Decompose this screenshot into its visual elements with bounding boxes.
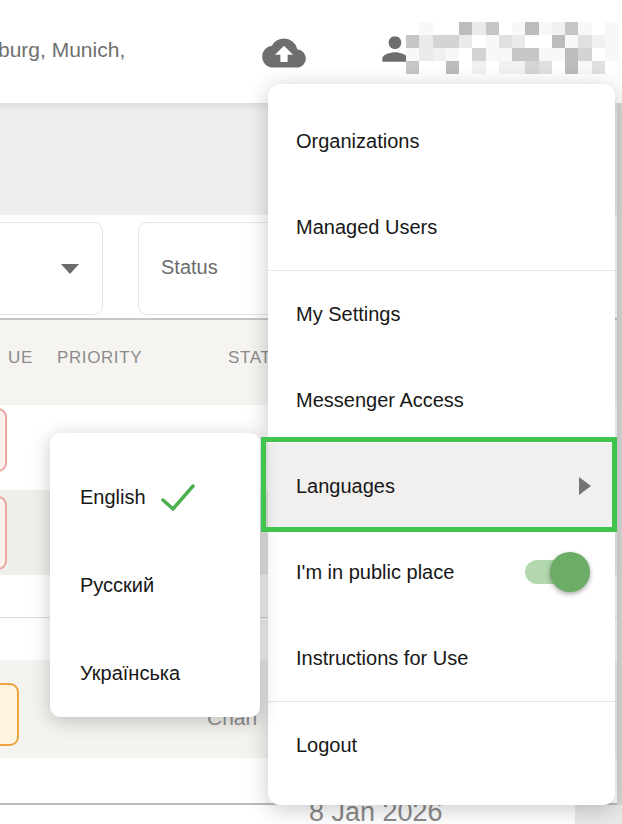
cloud-upload-icon <box>262 61 306 76</box>
menu-item-label: Managed Users <box>296 216 437 239</box>
menu-item-instructions[interactable]: Instructions for Use <box>268 615 615 701</box>
user-account-button[interactable] <box>374 22 618 78</box>
language-label: Русский <box>80 574 154 597</box>
column-header-status: STAT <box>228 348 271 368</box>
language-option-russian[interactable]: Русский <box>50 541 260 629</box>
priority-badge-orange <box>0 683 19 746</box>
app-screen: Status UE PRIORITY STAT Chan 8 Jan 2026 … <box>0 0 622 824</box>
status-filter-label: Status <box>161 256 218 279</box>
submenu-arrow-icon <box>579 477 591 495</box>
filter-dropdown-left[interactable] <box>0 222 103 315</box>
menu-item-label: Organizations <box>296 130 419 153</box>
language-label: English <box>80 486 146 509</box>
menu-item-label: Messenger Access <box>296 389 464 412</box>
menu-item-public-place[interactable]: I'm in public place <box>268 529 615 615</box>
menu-item-managed-users[interactable]: Managed Users <box>268 184 615 270</box>
scrollbar[interactable] <box>617 103 622 824</box>
public-place-toggle[interactable] <box>525 560 587 584</box>
language-submenu: English Русский Українська <box>50 433 260 717</box>
column-header-ue: UE <box>8 348 33 368</box>
menu-item-label: Logout <box>296 734 357 757</box>
table-corner-block <box>575 805 622 824</box>
chevron-down-icon <box>61 264 79 274</box>
cloud-upload-button[interactable] <box>262 33 306 73</box>
menu-item-label: Instructions for Use <box>296 647 468 670</box>
menu-item-languages[interactable]: Languages <box>268 443 615 529</box>
redacted-username-mosaic <box>406 22 618 74</box>
menu-item-my-settings[interactable]: My Settings <box>268 271 615 357</box>
column-header-priority: PRIORITY <box>57 348 142 368</box>
priority-badge-red <box>0 408 7 472</box>
language-label: Українська <box>80 662 180 685</box>
menu-item-organizations[interactable]: Organizations <box>268 98 615 184</box>
language-option-english[interactable]: English <box>50 453 260 541</box>
menu-item-label: I'm in public place <box>296 561 454 584</box>
toggle-knob <box>550 552 590 592</box>
language-option-ukrainian[interactable]: Українська <box>50 629 260 717</box>
menu-item-label: My Settings <box>296 303 400 326</box>
location-breadcrumb: burg, Munich, <box>0 38 125 62</box>
account-dropdown-menu: Organizations Managed Users My Settings … <box>268 84 615 805</box>
menu-item-messenger-access[interactable]: Messenger Access <box>268 357 615 443</box>
menu-item-logout[interactable]: Logout <box>268 702 615 788</box>
checkmark-icon <box>160 484 196 511</box>
priority-badge-red <box>0 496 7 570</box>
menu-item-label: Languages <box>296 475 395 498</box>
